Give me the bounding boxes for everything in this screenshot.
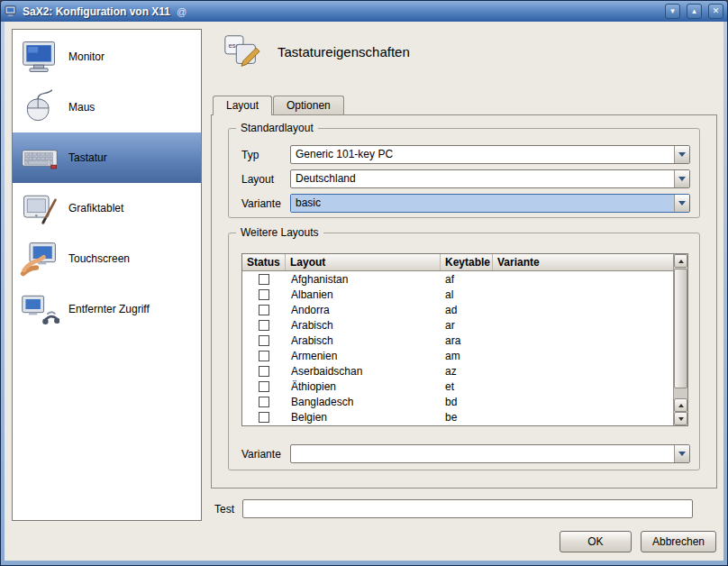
page-header: esc Tastatureigenschaften	[222, 31, 410, 72]
weitere-variante-value	[291, 445, 674, 462]
titlebar[interactable]: SaX2: Konfiguration von X11 @ ▾ ▴ ✕	[1, 1, 727, 22]
table-row[interactable]: Armenien am	[242, 348, 673, 363]
table-row[interactable]: Albanien al	[242, 287, 673, 302]
scroll-up-button-bottom[interactable]	[674, 398, 687, 412]
table-row[interactable]: Andorra ad	[242, 302, 673, 317]
sidebar-item-tastatur[interactable]: Tastatur	[13, 132, 201, 183]
keytable-cell: et	[441, 380, 493, 393]
touchscreen-icon	[20, 239, 59, 278]
vertical-scrollbar[interactable]	[673, 254, 687, 425]
keytable-cell: ad	[441, 304, 493, 316]
dialog-buttons: OK Abbrechen	[560, 531, 716, 552]
weitere-variante-combobox[interactable]	[290, 444, 690, 463]
tab-optionen[interactable]: Optionen	[273, 96, 344, 114]
status-checkbox[interactable]	[259, 381, 269, 392]
typ-field-row: Typ Generic 101-key PC	[241, 145, 690, 164]
table-row[interactable]: Afghanistan af	[242, 271, 673, 287]
cancel-button[interactable]: Abbrechen	[641, 531, 716, 552]
sidebar-item-touchscreen[interactable]: Touchscreen	[13, 233, 201, 284]
tab-layout[interactable]: Layout	[213, 96, 272, 115]
chevron-down-icon	[678, 452, 686, 456]
mouse-icon	[20, 87, 59, 127]
ok-button[interactable]: OK	[560, 531, 632, 552]
keytable-cell: ar	[441, 319, 493, 332]
triangle-up-icon	[678, 260, 684, 263]
weitere-variante-label: Variante	[241, 448, 290, 461]
layout-combobox[interactable]: Deutschland	[290, 169, 690, 188]
variante-field-row: Variante basic	[241, 194, 690, 213]
layout-cell: Armenien	[286, 350, 441, 362]
sidebar-item-label: Entfernter Zugriff	[68, 303, 150, 315]
table-row[interactable]: Bangladesch bd	[242, 394, 673, 409]
table-row[interactable]: Arabisch ar	[242, 317, 673, 333]
monitor-icon	[20, 37, 59, 77]
minimize-button[interactable]: ▾	[665, 4, 680, 19]
layout-cell: Afghanistan	[286, 273, 441, 286]
typ-value: Generic 101-key PC	[291, 146, 674, 163]
chevron-down-icon	[678, 201, 686, 205]
variante-label: Variante	[241, 197, 290, 210]
typ-dropdown-button[interactable]	[674, 146, 689, 163]
status-checkbox[interactable]	[259, 335, 269, 346]
status-checkbox[interactable]	[259, 351, 269, 361]
triangle-up-icon	[678, 404, 684, 407]
sidebar-item-grafiktablet[interactable]: Grafiktablet	[13, 183, 201, 233]
keytable-cell: af	[441, 273, 493, 286]
status-checkbox[interactable]	[259, 366, 269, 377]
status-checkbox[interactable]	[259, 274, 269, 285]
sidebar-item-label: Maus	[68, 101, 95, 114]
tab-bar: Layout Optionen	[213, 96, 345, 115]
status-cell	[242, 351, 286, 361]
sidebar-item-label: Grafiktablet	[68, 202, 123, 215]
column-header-variante[interactable]: Variante	[493, 254, 673, 270]
app-icon	[5, 5, 18, 18]
scrollbar-track[interactable]	[674, 268, 687, 398]
test-input[interactable]	[242, 499, 693, 518]
table-header: Status Layout Keytable Variante	[242, 254, 673, 271]
status-cell	[242, 381, 286, 392]
status-checkbox[interactable]	[259, 305, 269, 315]
weitere-variante-dropdown-button[interactable]	[674, 445, 689, 462]
column-header-keytable[interactable]: Keytable	[441, 254, 493, 270]
window: SaX2: Konfiguration von X11 @ ▾ ▴ ✕	[0, 0, 728, 566]
typ-combobox[interactable]: Generic 101-key PC	[290, 145, 690, 164]
table-body: Afghanistan af Albanien al	[242, 271, 673, 425]
table-row[interactable]: Arabisch ara	[242, 333, 673, 348]
maximize-button[interactable]: ▴	[687, 4, 702, 19]
scroll-down-button[interactable]	[674, 412, 687, 425]
table-row[interactable]: Belgien be	[242, 409, 673, 424]
status-cell	[242, 397, 286, 407]
scrollbar-thumb[interactable]	[674, 269, 687, 388]
sax-emblem-icon: @	[175, 6, 659, 17]
sidebar-item-monitor[interactable]: Monitor	[13, 32, 201, 82]
sidebar-item-maus[interactable]: Maus	[13, 82, 201, 132]
column-header-layout[interactable]: Layout	[286, 254, 441, 270]
status-cell	[242, 366, 286, 377]
test-label: Test	[214, 503, 242, 516]
layouts-table: Status Layout Keytable Variante Afghanis…	[241, 253, 688, 426]
status-cell	[242, 335, 286, 346]
layout-cell: Äthiopien	[286, 380, 441, 393]
layout-field-row: Layout Deutschland	[241, 169, 690, 188]
content-area: Monitor Maus	[5, 22, 723, 561]
column-header-status[interactable]: Status	[242, 254, 286, 270]
status-checkbox[interactable]	[259, 320, 269, 331]
status-checkbox[interactable]	[259, 412, 269, 423]
test-field-row: Test	[214, 499, 693, 518]
variante-dropdown-button[interactable]	[674, 195, 689, 212]
sidebar-item-label: Touchscreen	[68, 252, 130, 265]
layout-dropdown-button[interactable]	[674, 170, 689, 187]
status-checkbox[interactable]	[259, 397, 269, 407]
sidebar-item-entfernter-zugriff[interactable]: Entfernter Zugriff	[13, 284, 201, 334]
status-checkbox[interactable]	[259, 289, 269, 300]
weitere-variante-row: Variante	[241, 444, 690, 463]
scroll-up-button[interactable]	[674, 254, 687, 268]
keytable-cell: az	[441, 365, 493, 378]
table-row[interactable]: Aserbaidschan az	[242, 363, 673, 379]
variante-combobox[interactable]: basic	[290, 194, 690, 213]
close-button[interactable]: ✕	[708, 4, 723, 19]
weitere-layouts-legend: Weitere Layouts	[236, 226, 323, 239]
window-frame: Monitor Maus	[1, 22, 727, 565]
layout-cell: Arabisch	[286, 334, 441, 347]
table-row[interactable]: Äthiopien et	[242, 379, 673, 394]
